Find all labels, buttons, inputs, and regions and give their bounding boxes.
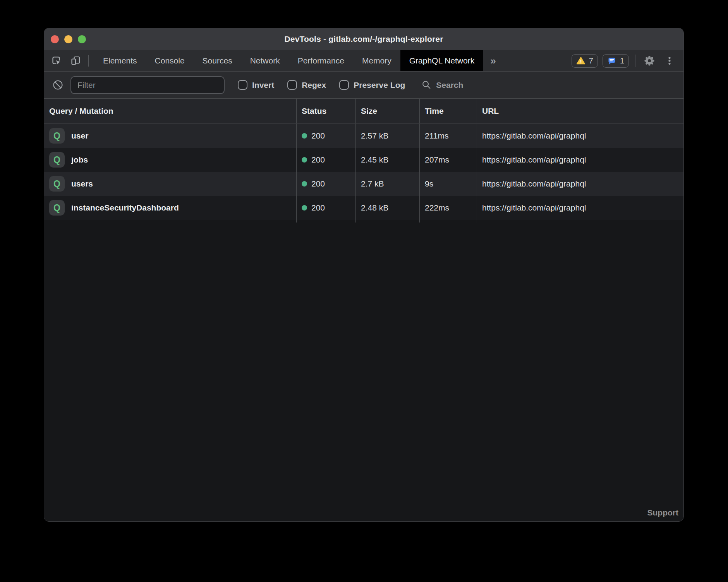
query-type-badge: Q: [49, 176, 65, 192]
column-header-status[interactable]: Status: [296, 99, 355, 123]
block-circle-icon: [52, 79, 64, 91]
tab-performance[interactable]: Performance: [289, 50, 353, 71]
status-code: 200: [311, 155, 325, 164]
regex-label: Regex: [302, 80, 326, 90]
table-row[interactable]: Q user 200 2.57 kB 211ms https://gitlab.…: [44, 124, 683, 148]
preserve-log-checkbox-group[interactable]: Preserve Log: [339, 80, 405, 90]
panel-tabs: Elements Console Sources Network Perform…: [94, 50, 483, 71]
status-code: 200: [311, 131, 325, 140]
request-url: https://gitlab.com/api/graphql: [482, 155, 586, 164]
operation-name: instanceSecurityDashboard: [71, 203, 179, 212]
request-url: https://gitlab.com/api/graphql: [482, 131, 586, 140]
search-toggle[interactable]: Search: [421, 80, 463, 90]
column-header-query-mutation[interactable]: Query / Mutation: [44, 99, 296, 123]
window-title: DevTools - gitlab.com/-/graphql-explorer: [44, 34, 683, 44]
request-url: https://gitlab.com/api/graphql: [482, 203, 586, 212]
response-time: 222ms: [425, 203, 449, 212]
column-header-url[interactable]: URL: [477, 99, 683, 123]
clear-log-button[interactable]: [52, 79, 64, 91]
devtools-tabbar: Elements Console Sources Network Perform…: [44, 50, 683, 72]
tab-network[interactable]: Network: [241, 50, 289, 71]
tabbar-divider: [88, 55, 89, 67]
kebab-menu-icon: [664, 56, 675, 66]
operation-name: jobs: [71, 155, 88, 164]
operation-name: user: [71, 131, 88, 140]
regex-checkbox-group[interactable]: Regex: [287, 80, 326, 90]
warnings-count: 7: [589, 56, 593, 65]
status-ok-dot: [302, 205, 307, 211]
zoom-window-button[interactable]: [78, 35, 86, 43]
response-size: 2.57 kB: [361, 131, 388, 140]
filter-input[interactable]: [70, 76, 225, 94]
traffic-lights: [51, 35, 86, 43]
empty-results-area: Support: [44, 223, 683, 521]
support-link[interactable]: Support: [647, 508, 678, 517]
more-tabs-button[interactable]: »: [483, 50, 503, 71]
settings-button[interactable]: [642, 55, 657, 67]
search-icon: [421, 80, 432, 90]
tab-graphql-network[interactable]: GraphQL Network: [400, 50, 483, 71]
message-bubble-icon: [607, 56, 616, 65]
toggle-device-toolbar-button[interactable]: [66, 50, 86, 71]
invert-label: Invert: [252, 80, 274, 90]
status-ok-dot: [302, 181, 307, 187]
tab-elements[interactable]: Elements: [94, 50, 146, 71]
response-time: 211ms: [425, 131, 448, 140]
filter-toolbar: Invert Regex Preserve Log Search: [44, 72, 683, 99]
tab-console[interactable]: Console: [146, 50, 194, 71]
preserve-log-label: Preserve Log: [354, 80, 405, 90]
column-lines-stub: [44, 220, 683, 223]
tabbar-right-controls: 7 1: [572, 50, 683, 71]
status-code: 200: [311, 203, 325, 212]
search-label: Search: [436, 80, 463, 90]
response-size: 2.7 kB: [361, 179, 384, 188]
warnings-badge[interactable]: 7: [572, 54, 598, 68]
issues-badge[interactable]: 1: [603, 54, 629, 68]
response-size: 2.48 kB: [361, 203, 388, 212]
query-type-badge: Q: [49, 152, 65, 168]
customize-devtools-button[interactable]: [662, 56, 677, 66]
controls-divider: [635, 55, 635, 67]
status-ok-dot: [302, 157, 307, 163]
status-ok-dot: [302, 133, 307, 139]
device-toolbar-icon: [70, 55, 81, 66]
column-header-size[interactable]: Size: [355, 99, 419, 123]
response-size: 2.45 kB: [361, 155, 388, 164]
query-type-badge: Q: [49, 200, 65, 216]
table-header: Query / Mutation Status Size Time URL: [44, 99, 683, 124]
regex-checkbox[interactable]: [287, 80, 297, 90]
inspect-cursor-icon: [51, 55, 62, 66]
issues-count: 1: [620, 56, 624, 65]
response-time: 207ms: [425, 155, 449, 164]
preserve-log-checkbox[interactable]: [339, 80, 349, 90]
gear-icon: [643, 55, 656, 67]
close-window-button[interactable]: [51, 35, 59, 43]
invert-checkbox[interactable]: [238, 80, 247, 90]
devtools-window: DevTools - gitlab.com/-/graphql-explorer…: [44, 28, 684, 522]
request-url: https://gitlab.com/api/graphql: [482, 179, 586, 188]
minimize-window-button[interactable]: [64, 35, 72, 43]
tab-memory[interactable]: Memory: [353, 50, 400, 71]
table-row[interactable]: Q jobs 200 2.45 kB 207ms https://gitlab.…: [44, 148, 683, 172]
inspect-element-button[interactable]: [44, 50, 66, 71]
operation-name: users: [71, 179, 93, 188]
invert-checkbox-group[interactable]: Invert: [238, 80, 274, 90]
table-row[interactable]: Q users 200 2.7 kB 9s https://gitlab.com…: [44, 172, 683, 196]
column-header-time[interactable]: Time: [419, 99, 477, 123]
table-row[interactable]: Q instanceSecurityDashboard 200 2.48 kB …: [44, 196, 683, 220]
titlebar: DevTools - gitlab.com/-/graphql-explorer: [44, 28, 683, 50]
status-code: 200: [311, 179, 325, 188]
warning-triangle-icon: [576, 56, 585, 65]
query-type-badge: Q: [49, 128, 65, 144]
response-time: 9s: [425, 179, 433, 188]
tab-sources[interactable]: Sources: [194, 50, 241, 71]
